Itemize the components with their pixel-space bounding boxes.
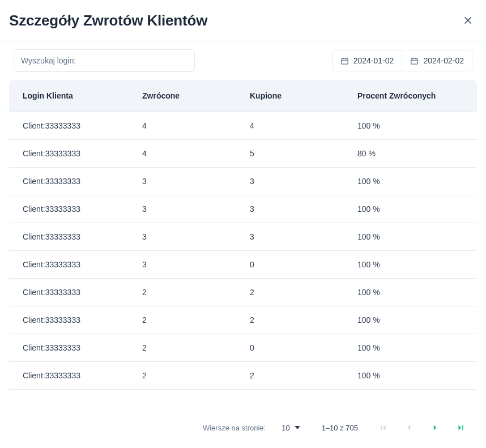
cell-returned: 3 xyxy=(135,195,243,223)
table-row[interactable]: Client:3333333344100 % xyxy=(9,112,477,140)
cell-returned: 2 xyxy=(135,334,243,362)
col-header-returned[interactable]: Zwrócone xyxy=(135,80,243,112)
last-page-icon xyxy=(456,423,466,433)
cell-percent: 80 % xyxy=(351,140,477,168)
pagination-bar: Wiersze na stronie: 10 1–10 z 705 xyxy=(0,407,486,448)
cell-percent: 100 % xyxy=(351,168,477,195)
date-range-group: 2024-01-02 2024-02-02 xyxy=(332,50,472,71)
cell-percent: 100 % xyxy=(351,251,477,279)
cell-returned: 3 xyxy=(135,168,243,195)
cell-bought: 2 xyxy=(243,362,351,390)
cell-percent: 100 % xyxy=(351,112,477,140)
cell-bought: 3 xyxy=(243,168,351,195)
cell-returned: 4 xyxy=(135,140,243,168)
svg-rect-11 xyxy=(462,425,463,430)
date-to-picker[interactable]: 2024-02-02 xyxy=(402,50,472,71)
cell-returned: 3 xyxy=(135,251,243,279)
next-page-button[interactable] xyxy=(428,421,442,434)
cell-login: Client:33333333 xyxy=(9,279,135,306)
modal-title: Szczegóły Zwrotów Klientów xyxy=(9,12,207,29)
cell-login: Client:33333333 xyxy=(9,112,135,140)
date-from-value: 2024-01-02 xyxy=(353,56,394,65)
col-header-bought[interactable]: Kupione xyxy=(243,80,351,112)
table-row[interactable]: Client:3333333322100 % xyxy=(9,279,477,306)
table-header-row: Login Klienta Zwrócone Kupione Procent Z… xyxy=(9,80,477,112)
cell-login: Client:33333333 xyxy=(9,140,135,168)
cell-percent: 100 % xyxy=(351,334,477,362)
table-row[interactable]: Client:3333333333100 % xyxy=(9,195,477,223)
returns-table-wrap: Login Klienta Zwrócone Kupione Procent Z… xyxy=(0,80,486,407)
table-row[interactable]: Client:3333333320100 % xyxy=(9,334,477,362)
returns-table: Login Klienta Zwrócone Kupione Procent Z… xyxy=(9,80,477,390)
calendar-icon xyxy=(410,57,419,65)
cell-percent: 100 % xyxy=(351,362,477,390)
close-button[interactable] xyxy=(459,11,477,29)
search-login-input[interactable] xyxy=(14,49,195,72)
rows-per-page-select[interactable]: 10 xyxy=(276,424,303,432)
prev-page-button[interactable] xyxy=(402,421,416,434)
cell-login: Client:33333333 xyxy=(9,223,135,251)
cell-percent: 100 % xyxy=(351,195,477,223)
cell-bought: 2 xyxy=(243,306,351,334)
table-row[interactable]: Client:3333333322100 % xyxy=(9,362,477,390)
cell-returned: 2 xyxy=(135,279,243,306)
cell-bought: 2 xyxy=(243,279,351,306)
table-row[interactable]: Client:3333333333100 % xyxy=(9,223,477,251)
rows-per-page-label: Wiersze na stronie: xyxy=(203,424,266,432)
cell-percent: 100 % xyxy=(351,306,477,334)
modal-header: Szczegóły Zwrotów Klientów xyxy=(0,0,486,41)
cell-returned: 2 xyxy=(135,362,243,390)
cell-bought: 3 xyxy=(243,195,351,223)
cell-bought: 0 xyxy=(243,334,351,362)
cell-bought: 3 xyxy=(243,223,351,251)
date-to-value: 2024-02-02 xyxy=(423,56,464,65)
rows-per-page-value: 10 xyxy=(282,424,289,432)
col-header-login[interactable]: Login Klienta xyxy=(9,80,135,112)
calendar-icon xyxy=(340,57,349,65)
cell-login: Client:33333333 xyxy=(9,334,135,362)
col-header-percent[interactable]: Procent Zwróconych xyxy=(351,80,477,112)
cell-login: Client:33333333 xyxy=(9,168,135,195)
close-icon xyxy=(462,15,474,26)
page-range-label: 1–10 z 705 xyxy=(322,424,358,432)
svg-rect-6 xyxy=(411,58,417,64)
table-row[interactable]: Client:3333333322100 % xyxy=(9,306,477,334)
last-page-button[interactable] xyxy=(454,421,468,434)
cell-login: Client:33333333 xyxy=(9,251,135,279)
date-from-picker[interactable]: 2024-01-02 xyxy=(332,50,402,71)
cell-bought: 0 xyxy=(243,251,351,279)
table-row[interactable]: Client:333333334580 % xyxy=(9,140,477,168)
svg-rect-10 xyxy=(381,425,382,430)
controls-bar: 2024-01-02 2024-02-02 xyxy=(0,41,486,80)
cell-returned: 4 xyxy=(135,112,243,140)
svg-rect-2 xyxy=(342,58,348,64)
cell-login: Client:33333333 xyxy=(9,306,135,334)
cell-bought: 4 xyxy=(243,112,351,140)
table-row[interactable]: Client:3333333333100 % xyxy=(9,168,477,195)
cell-percent: 100 % xyxy=(351,279,477,306)
cell-login: Client:33333333 xyxy=(9,362,135,390)
chevron-left-icon xyxy=(404,423,414,433)
first-page-icon xyxy=(378,423,388,433)
cell-percent: 100 % xyxy=(351,223,477,251)
returns-details-modal: Szczegóły Zwrotów Klientów 2024-01-02 xyxy=(0,0,486,448)
chevron-right-icon xyxy=(430,423,440,433)
page-nav xyxy=(376,421,468,434)
table-row[interactable]: Client:3333333330100 % xyxy=(9,251,477,279)
cell-login: Client:33333333 xyxy=(9,195,135,223)
cell-returned: 2 xyxy=(135,306,243,334)
chevron-down-icon xyxy=(295,426,300,429)
cell-bought: 5 xyxy=(243,140,351,168)
first-page-button[interactable] xyxy=(376,421,390,434)
cell-returned: 3 xyxy=(135,223,243,251)
